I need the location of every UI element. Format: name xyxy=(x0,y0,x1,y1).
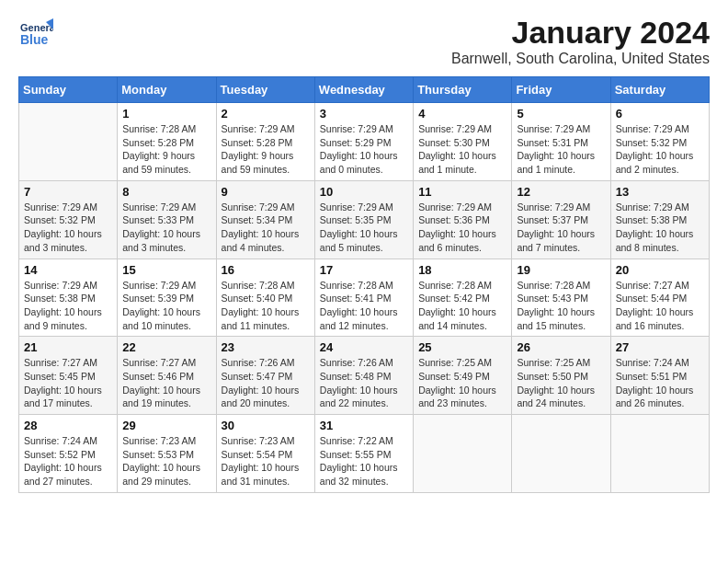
day-info: Sunrise: 7:25 AM Sunset: 5:49 PM Dayligh… xyxy=(418,356,506,410)
logo: General Blue xyxy=(18,15,57,50)
calendar-cell xyxy=(414,415,512,493)
day-info: Sunrise: 7:29 AM Sunset: 5:38 PM Dayligh… xyxy=(24,279,112,333)
day-info: Sunrise: 7:26 AM Sunset: 5:48 PM Dayligh… xyxy=(320,356,408,410)
day-number: 25 xyxy=(418,340,506,354)
calendar-cell: 19Sunrise: 7:28 AM Sunset: 5:43 PM Dayli… xyxy=(512,259,610,337)
week-row-2: 7Sunrise: 7:29 AM Sunset: 5:32 PM Daylig… xyxy=(19,180,710,259)
calendar-cell: 31Sunrise: 7:22 AM Sunset: 5:55 PM Dayli… xyxy=(314,415,413,493)
calendar-cell: 30Sunrise: 7:23 AM Sunset: 5:54 PM Dayli… xyxy=(216,415,314,493)
calendar-cell: 5Sunrise: 7:29 AM Sunset: 5:31 PM Daylig… xyxy=(512,103,610,181)
location-title: Barnwell, South Carolina, United States xyxy=(451,51,710,67)
week-row-4: 21Sunrise: 7:27 AM Sunset: 5:45 PM Dayli… xyxy=(19,337,710,415)
day-number: 27 xyxy=(616,340,704,354)
calendar-cell: 9Sunrise: 7:29 AM Sunset: 5:34 PM Daylig… xyxy=(216,180,314,259)
day-info: Sunrise: 7:25 AM Sunset: 5:50 PM Dayligh… xyxy=(517,356,605,410)
day-info: Sunrise: 7:29 AM Sunset: 5:39 PM Dayligh… xyxy=(122,279,210,333)
logo-icon: General Blue xyxy=(18,15,53,50)
day-info: Sunrise: 7:27 AM Sunset: 5:45 PM Dayligh… xyxy=(24,356,112,410)
calendar-cell: 29Sunrise: 7:23 AM Sunset: 5:53 PM Dayli… xyxy=(118,415,216,493)
day-number: 15 xyxy=(122,263,210,277)
day-info: Sunrise: 7:23 AM Sunset: 5:53 PM Dayligh… xyxy=(122,434,210,488)
day-number: 21 xyxy=(24,340,112,354)
day-number: 18 xyxy=(418,263,506,277)
day-number: 31 xyxy=(320,419,408,432)
day-info: Sunrise: 7:29 AM Sunset: 5:32 PM Dayligh… xyxy=(24,201,112,255)
calendar-cell: 22Sunrise: 7:27 AM Sunset: 5:46 PM Dayli… xyxy=(118,337,216,415)
day-number: 6 xyxy=(616,107,704,121)
day-number: 5 xyxy=(517,107,605,121)
calendar-cell: 8Sunrise: 7:29 AM Sunset: 5:33 PM Daylig… xyxy=(118,180,216,259)
calendar-cell: 10Sunrise: 7:29 AM Sunset: 5:35 PM Dayli… xyxy=(314,180,413,259)
calendar-cell: 14Sunrise: 7:29 AM Sunset: 5:38 PM Dayli… xyxy=(19,259,118,337)
calendar-cell: 7Sunrise: 7:29 AM Sunset: 5:32 PM Daylig… xyxy=(19,180,118,259)
column-header-monday: Monday xyxy=(118,77,216,103)
day-number: 26 xyxy=(517,340,605,354)
day-info: Sunrise: 7:23 AM Sunset: 5:54 PM Dayligh… xyxy=(222,434,310,488)
column-header-friday: Friday xyxy=(512,77,610,103)
day-number: 19 xyxy=(517,263,605,277)
calendar-cell: 23Sunrise: 7:26 AM Sunset: 5:47 PM Dayli… xyxy=(216,337,314,415)
calendar-cell: 20Sunrise: 7:27 AM Sunset: 5:44 PM Dayli… xyxy=(610,259,709,337)
day-info: Sunrise: 7:29 AM Sunset: 5:28 PM Dayligh… xyxy=(222,122,310,177)
calendar-cell: 2Sunrise: 7:29 AM Sunset: 5:28 PM Daylig… xyxy=(216,103,314,181)
day-info: Sunrise: 7:24 AM Sunset: 5:51 PM Dayligh… xyxy=(616,356,704,410)
day-number: 12 xyxy=(517,185,605,199)
calendar-cell: 15Sunrise: 7:29 AM Sunset: 5:39 PM Dayli… xyxy=(118,259,216,337)
day-info: Sunrise: 7:28 AM Sunset: 5:43 PM Dayligh… xyxy=(517,279,605,333)
calendar-cell: 16Sunrise: 7:28 AM Sunset: 5:40 PM Dayli… xyxy=(216,259,314,337)
column-header-thursday: Thursday xyxy=(414,77,512,103)
day-info: Sunrise: 7:29 AM Sunset: 5:36 PM Dayligh… xyxy=(418,201,506,255)
calendar-cell: 3Sunrise: 7:29 AM Sunset: 5:29 PM Daylig… xyxy=(314,103,413,181)
day-number: 28 xyxy=(24,419,112,432)
calendar-body: 1Sunrise: 7:28 AM Sunset: 5:28 PM Daylig… xyxy=(19,103,710,493)
day-number: 9 xyxy=(222,185,310,199)
day-info: Sunrise: 7:27 AM Sunset: 5:44 PM Dayligh… xyxy=(616,279,704,333)
calendar-cell: 11Sunrise: 7:29 AM Sunset: 5:36 PM Dayli… xyxy=(414,180,512,259)
day-info: Sunrise: 7:29 AM Sunset: 5:34 PM Dayligh… xyxy=(222,201,310,255)
day-number: 23 xyxy=(222,340,310,354)
day-info: Sunrise: 7:22 AM Sunset: 5:55 PM Dayligh… xyxy=(320,434,408,488)
day-info: Sunrise: 7:29 AM Sunset: 5:31 PM Dayligh… xyxy=(517,122,605,177)
day-info: Sunrise: 7:28 AM Sunset: 5:41 PM Dayligh… xyxy=(320,279,408,333)
day-info: Sunrise: 7:28 AM Sunset: 5:40 PM Dayligh… xyxy=(222,279,310,333)
day-info: Sunrise: 7:29 AM Sunset: 5:35 PM Dayligh… xyxy=(320,201,408,255)
day-number: 1 xyxy=(122,107,210,121)
day-number: 29 xyxy=(122,419,210,432)
calendar-cell: 18Sunrise: 7:28 AM Sunset: 5:42 PM Dayli… xyxy=(414,259,512,337)
day-number: 20 xyxy=(616,263,704,277)
day-number: 16 xyxy=(222,263,310,277)
day-info: Sunrise: 7:29 AM Sunset: 5:29 PM Dayligh… xyxy=(320,122,408,177)
day-info: Sunrise: 7:28 AM Sunset: 5:42 PM Dayligh… xyxy=(418,279,506,333)
week-row-3: 14Sunrise: 7:29 AM Sunset: 5:38 PM Dayli… xyxy=(19,259,710,337)
calendar-cell: 12Sunrise: 7:29 AM Sunset: 5:37 PM Dayli… xyxy=(512,180,610,259)
calendar-cell xyxy=(610,415,709,493)
calendar-cell: 6Sunrise: 7:29 AM Sunset: 5:32 PM Daylig… xyxy=(610,103,709,181)
column-header-sunday: Sunday xyxy=(19,77,118,103)
calendar-header-row: SundayMondayTuesdayWednesdayThursdayFrid… xyxy=(19,77,710,103)
calendar-table: SundayMondayTuesdayWednesdayThursdayFrid… xyxy=(18,76,710,493)
day-number: 10 xyxy=(320,185,408,199)
day-info: Sunrise: 7:29 AM Sunset: 5:30 PM Dayligh… xyxy=(418,122,506,177)
calendar-cell: 13Sunrise: 7:29 AM Sunset: 5:38 PM Dayli… xyxy=(610,180,709,259)
calendar-cell: 1Sunrise: 7:28 AM Sunset: 5:28 PM Daylig… xyxy=(118,103,216,181)
calendar-cell xyxy=(19,103,118,181)
day-info: Sunrise: 7:24 AM Sunset: 5:52 PM Dayligh… xyxy=(24,434,112,488)
day-info: Sunrise: 7:29 AM Sunset: 5:33 PM Dayligh… xyxy=(122,201,210,255)
calendar-cell: 27Sunrise: 7:24 AM Sunset: 5:51 PM Dayli… xyxy=(610,337,709,415)
calendar-cell: 17Sunrise: 7:28 AM Sunset: 5:41 PM Dayli… xyxy=(314,259,413,337)
day-info: Sunrise: 7:29 AM Sunset: 5:37 PM Dayligh… xyxy=(517,201,605,255)
column-header-saturday: Saturday xyxy=(610,77,709,103)
day-number: 7 xyxy=(24,185,112,199)
day-number: 30 xyxy=(222,419,310,432)
calendar-cell xyxy=(512,415,610,493)
title-area: January 2024 Barnwell, South Carolina, U… xyxy=(451,15,710,67)
day-number: 13 xyxy=(616,185,704,199)
day-number: 2 xyxy=(222,107,310,121)
calendar-cell: 21Sunrise: 7:27 AM Sunset: 5:45 PM Dayli… xyxy=(19,337,118,415)
day-number: 3 xyxy=(320,107,408,121)
calendar-cell: 28Sunrise: 7:24 AM Sunset: 5:52 PM Dayli… xyxy=(19,415,118,493)
day-info: Sunrise: 7:29 AM Sunset: 5:32 PM Dayligh… xyxy=(616,122,704,177)
calendar-cell: 25Sunrise: 7:25 AM Sunset: 5:49 PM Dayli… xyxy=(414,337,512,415)
day-number: 17 xyxy=(320,263,408,277)
svg-text:Blue: Blue xyxy=(20,32,49,47)
